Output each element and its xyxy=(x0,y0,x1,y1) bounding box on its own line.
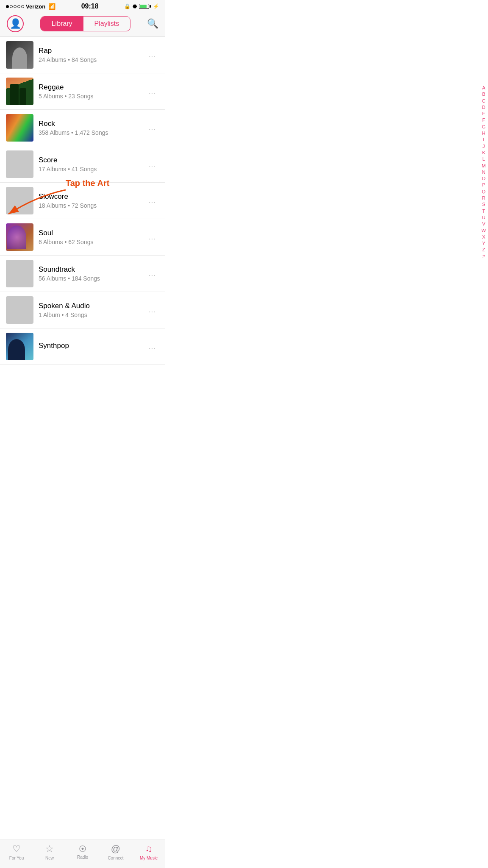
playlists-tab[interactable]: Playlists xyxy=(83,17,130,31)
more-button-spoken-audio[interactable]: … xyxy=(145,302,159,318)
genre-name-spoken-audio: Spoken & Audio xyxy=(39,302,145,310)
signal-dot-1 xyxy=(6,5,9,8)
genre-info-synthpop: Synthpop xyxy=(39,342,145,351)
signal-strength xyxy=(6,5,24,8)
status-icons: 🔒 ⬣ ⚡ xyxy=(124,3,159,9)
genre-meta-score: 17 Albums • 41 Songs xyxy=(39,166,145,172)
lock-icon: 🔒 xyxy=(124,3,130,9)
user-avatar[interactable]: 👤 xyxy=(7,15,24,32)
genre-artwork-rock[interactable] xyxy=(6,114,33,142)
signal-dot-3 xyxy=(14,5,17,8)
genre-item-synthpop[interactable]: Synthpop … xyxy=(0,328,165,365)
avatar-icon: 👤 xyxy=(10,18,21,29)
genre-name-score: Score xyxy=(39,156,145,164)
genre-name-rock: Rock xyxy=(39,120,145,128)
genre-name-soundtrack: Soundtrack xyxy=(39,265,145,274)
genre-artwork-soul[interactable] xyxy=(6,223,33,251)
bluetooth-icon: ⬣ xyxy=(133,3,137,9)
genre-name-slowcore: Slowcore xyxy=(39,192,145,201)
genre-meta-soundtrack: 56 Albums • 184 Songs xyxy=(39,275,145,282)
genre-artwork-spoken-audio[interactable] xyxy=(6,296,33,324)
genre-info-soul: Soul 6 Albums • 62 Songs xyxy=(39,229,145,245)
charging-icon: ⚡ xyxy=(153,3,159,9)
genre-info-soundtrack: Soundtrack 56 Albums • 184 Songs xyxy=(39,265,145,282)
more-button-rock[interactable]: … xyxy=(145,120,159,136)
genre-artwork-synthpop[interactable] xyxy=(6,333,33,360)
genre-item-score[interactable]: Score 17 Albums • 41 Songs … xyxy=(0,146,165,183)
more-button-rap[interactable]: … xyxy=(145,47,159,63)
genre-meta-spoken-audio: 1 Album • 4 Songs xyxy=(39,312,145,318)
carrier-name: Verizon xyxy=(26,3,45,10)
status-bar: Verizon 📶 09:18 🔒 ⬣ ⚡ xyxy=(0,0,165,12)
genre-info-slowcore: Slowcore 18 Albums • 72 Songs xyxy=(39,192,145,209)
signal-dot-4 xyxy=(17,5,20,8)
header: 👤 Library Playlists 🔍 xyxy=(0,12,165,37)
genre-info-reggae: Reggae 5 Albums • 23 Songs xyxy=(39,83,145,100)
genre-info-spoken-audio: Spoken & Audio 1 Album • 4 Songs xyxy=(39,302,145,318)
more-button-reggae[interactable]: … xyxy=(145,83,159,99)
search-button[interactable]: 🔍 xyxy=(147,18,158,29)
genre-item-soundtrack[interactable]: Soundtrack 56 Albums • 184 Songs … xyxy=(0,256,165,292)
genre-artwork-rap[interactable] xyxy=(6,41,33,69)
genre-meta-soul: 6 Albums • 62 Songs xyxy=(39,239,145,245)
library-playlists-toggle[interactable]: Library Playlists xyxy=(40,16,131,31)
genre-meta-rock: 358 Albums • 1,472 Songs xyxy=(39,129,145,136)
genre-info-score: Score 17 Albums • 41 Songs xyxy=(39,156,145,172)
more-button-soundtrack[interactable]: … xyxy=(145,266,159,281)
genre-item-rap[interactable]: Rap 24 Albums • 84 Songs … xyxy=(0,37,165,73)
genre-artwork-slowcore[interactable] xyxy=(6,187,33,214)
genre-meta-reggae: 5 Albums • 23 Songs xyxy=(39,93,145,100)
signal-dot-2 xyxy=(10,5,13,8)
genre-item-soul[interactable]: Soul 6 Albums • 62 Songs … xyxy=(0,219,165,256)
genre-name-rap: Rap xyxy=(39,47,145,55)
genre-meta-slowcore: 18 Albums • 72 Songs xyxy=(39,202,145,209)
library-tab[interactable]: Library xyxy=(41,17,83,31)
genre-name-reggae: Reggae xyxy=(39,83,145,92)
genre-info-rock: Rock 358 Albums • 1,472 Songs xyxy=(39,120,145,136)
more-button-score[interactable]: … xyxy=(145,156,159,172)
genre-artwork-reggae[interactable] xyxy=(6,78,33,105)
genre-info-rap: Rap 24 Albums • 84 Songs xyxy=(39,47,145,63)
genre-item-rock[interactable]: Rock 358 Albums • 1,472 Songs … xyxy=(0,110,165,146)
genre-meta-rap: 24 Albums • 84 Songs xyxy=(39,56,145,63)
genre-item-spoken-audio[interactable]: Spoken & Audio 1 Album • 4 Songs … xyxy=(0,292,165,328)
genre-name-soul: Soul xyxy=(39,229,145,237)
more-button-soul[interactable]: … xyxy=(145,229,159,245)
battery-indicator xyxy=(139,4,151,9)
carrier-info: Verizon 📶 xyxy=(6,3,55,10)
more-button-slowcore[interactable]: … xyxy=(145,193,159,209)
genre-item-reggae[interactable]: Reggae 5 Albums • 23 Songs … xyxy=(0,73,165,110)
genre-list: Rap 24 Albums • 84 Songs … Reggae 5 Albu… xyxy=(0,37,165,399)
more-button-synthpop[interactable]: … xyxy=(145,339,159,354)
clock: 09:18 xyxy=(81,3,99,10)
signal-dot-5 xyxy=(21,5,24,8)
genre-item-slowcore[interactable]: Slowcore 18 Albums • 72 Songs … Tap the … xyxy=(0,183,165,219)
wifi-icon: 📶 xyxy=(48,3,55,10)
genre-artwork-soundtrack[interactable] xyxy=(6,260,33,287)
genre-name-synthpop: Synthpop xyxy=(39,342,145,350)
genre-artwork-score[interactable] xyxy=(6,150,33,178)
